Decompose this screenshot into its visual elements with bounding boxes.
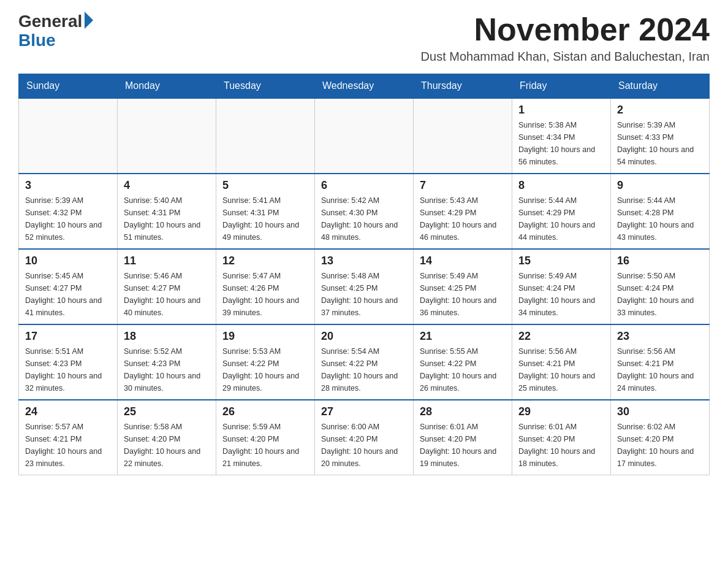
- day-info: Sunrise: 5:56 AMSunset: 4:21 PMDaylight:…: [617, 345, 703, 394]
- day-info: Sunrise: 5:48 AMSunset: 4:25 PMDaylight:…: [321, 270, 407, 319]
- day-info: Sunrise: 5:58 AMSunset: 4:20 PMDaylight:…: [124, 421, 210, 470]
- calendar-cell: 30Sunrise: 6:02 AMSunset: 4:20 PMDayligh…: [611, 400, 710, 475]
- calendar-cell: 28Sunrise: 6:01 AMSunset: 4:20 PMDayligh…: [414, 400, 512, 475]
- logo-blue-text: Blue: [18, 31, 56, 50]
- day-info: Sunrise: 5:40 AMSunset: 4:31 PMDaylight:…: [124, 194, 210, 243]
- day-number: 23: [617, 330, 703, 343]
- col-header-monday: Monday: [118, 74, 216, 99]
- title-area: November 2024 Dust Mohammad Khan, Sistan…: [421, 12, 710, 64]
- calendar-cell: 6Sunrise: 5:42 AMSunset: 4:30 PMDaylight…: [315, 174, 414, 249]
- day-info: Sunrise: 5:50 AMSunset: 4:24 PMDaylight:…: [617, 270, 703, 319]
- col-header-saturday: Saturday: [611, 74, 710, 99]
- calendar-cell: [19, 98, 118, 174]
- calendar-cell: 12Sunrise: 5:47 AMSunset: 4:26 PMDayligh…: [216, 249, 315, 324]
- calendar-cell: 25Sunrise: 5:58 AMSunset: 4:20 PMDayligh…: [118, 400, 216, 475]
- header: General Blue November 2024 Dust Mohammad…: [18, 12, 710, 64]
- calendar-cell: 24Sunrise: 5:57 AMSunset: 4:21 PMDayligh…: [19, 400, 118, 475]
- day-number: 19: [222, 330, 308, 343]
- day-number: 28: [420, 405, 506, 418]
- calendar-cell: [414, 98, 512, 174]
- day-number: 30: [617, 405, 703, 418]
- day-number: 2: [617, 104, 703, 117]
- month-title: November 2024: [421, 12, 710, 47]
- day-info: Sunrise: 5:55 AMSunset: 4:22 PMDaylight:…: [420, 345, 506, 394]
- day-number: 8: [518, 179, 604, 192]
- calendar-cell: 7Sunrise: 5:43 AMSunset: 4:29 PMDaylight…: [414, 174, 512, 249]
- calendar-cell: 26Sunrise: 5:59 AMSunset: 4:20 PMDayligh…: [216, 400, 315, 475]
- col-header-thursday: Thursday: [414, 74, 512, 99]
- day-number: 5: [222, 179, 308, 192]
- day-info: Sunrise: 5:49 AMSunset: 4:24 PMDaylight:…: [518, 270, 604, 319]
- day-number: 29: [518, 405, 604, 418]
- day-number: 9: [617, 179, 703, 192]
- day-info: Sunrise: 5:38 AMSunset: 4:34 PMDaylight:…: [518, 119, 604, 168]
- day-number: 21: [420, 330, 506, 343]
- calendar-cell: 1Sunrise: 5:38 AMSunset: 4:34 PMDaylight…: [512, 98, 611, 174]
- calendar-cell: 22Sunrise: 5:56 AMSunset: 4:21 PMDayligh…: [512, 324, 611, 400]
- day-info: Sunrise: 5:43 AMSunset: 4:29 PMDaylight:…: [420, 194, 506, 243]
- calendar-cell: 2Sunrise: 5:39 AMSunset: 4:33 PMDaylight…: [611, 98, 710, 174]
- day-number: 13: [321, 255, 407, 267]
- day-info: Sunrise: 5:52 AMSunset: 4:23 PMDaylight:…: [124, 345, 210, 394]
- subtitle: Dust Mohammad Khan, Sistan and Baluchest…: [421, 50, 710, 64]
- day-info: Sunrise: 6:01 AMSunset: 4:20 PMDaylight:…: [420, 421, 506, 470]
- day-info: Sunrise: 5:41 AMSunset: 4:31 PMDaylight:…: [222, 194, 308, 243]
- col-header-tuesday: Tuesday: [216, 74, 315, 99]
- week-row-3: 10Sunrise: 5:45 AMSunset: 4:27 PMDayligh…: [19, 249, 710, 324]
- col-header-wednesday: Wednesday: [315, 74, 414, 99]
- day-number: 17: [25, 330, 111, 343]
- calendar-cell: 11Sunrise: 5:46 AMSunset: 4:27 PMDayligh…: [118, 249, 216, 324]
- calendar-cell: 8Sunrise: 5:44 AMSunset: 4:29 PMDaylight…: [512, 174, 611, 249]
- calendar-cell: 18Sunrise: 5:52 AMSunset: 4:23 PMDayligh…: [118, 324, 216, 400]
- col-header-sunday: Sunday: [19, 74, 118, 99]
- calendar-header-row: SundayMondayTuesdayWednesdayThursdayFrid…: [19, 74, 710, 99]
- week-row-1: 1Sunrise: 5:38 AMSunset: 4:34 PMDaylight…: [19, 98, 710, 174]
- calendar-cell: 29Sunrise: 6:01 AMSunset: 4:20 PMDayligh…: [512, 400, 611, 475]
- calendar-cell: 16Sunrise: 5:50 AMSunset: 4:24 PMDayligh…: [611, 249, 710, 324]
- day-info: Sunrise: 5:47 AMSunset: 4:26 PMDaylight:…: [222, 270, 308, 319]
- day-info: Sunrise: 5:54 AMSunset: 4:22 PMDaylight:…: [321, 345, 407, 394]
- calendar-cell: [216, 98, 315, 174]
- calendar-cell: 20Sunrise: 5:54 AMSunset: 4:22 PMDayligh…: [315, 324, 414, 400]
- day-info: Sunrise: 5:51 AMSunset: 4:23 PMDaylight:…: [25, 345, 111, 394]
- day-number: 22: [518, 330, 604, 343]
- day-info: Sunrise: 6:01 AMSunset: 4:20 PMDaylight:…: [518, 421, 604, 470]
- day-number: 7: [420, 179, 506, 192]
- day-number: 6: [321, 179, 407, 192]
- calendar-cell: 19Sunrise: 5:53 AMSunset: 4:22 PMDayligh…: [216, 324, 315, 400]
- day-number: 14: [420, 255, 506, 267]
- calendar-cell: 15Sunrise: 5:49 AMSunset: 4:24 PMDayligh…: [512, 249, 611, 324]
- day-number: 11: [124, 255, 210, 267]
- calendar-cell: 27Sunrise: 6:00 AMSunset: 4:20 PMDayligh…: [315, 400, 414, 475]
- calendar-cell: 13Sunrise: 5:48 AMSunset: 4:25 PMDayligh…: [315, 249, 414, 324]
- calendar-cell: 4Sunrise: 5:40 AMSunset: 4:31 PMDaylight…: [118, 174, 216, 249]
- day-number: 26: [222, 405, 308, 418]
- day-number: 24: [25, 405, 111, 418]
- col-header-friday: Friday: [512, 74, 611, 99]
- calendar-cell: 21Sunrise: 5:55 AMSunset: 4:22 PMDayligh…: [414, 324, 512, 400]
- calendar-cell: 23Sunrise: 5:56 AMSunset: 4:21 PMDayligh…: [611, 324, 710, 400]
- calendar-cell: 17Sunrise: 5:51 AMSunset: 4:23 PMDayligh…: [19, 324, 118, 400]
- day-number: 10: [25, 255, 111, 267]
- day-info: Sunrise: 6:02 AMSunset: 4:20 PMDaylight:…: [617, 421, 703, 470]
- day-info: Sunrise: 5:45 AMSunset: 4:27 PMDaylight:…: [25, 270, 111, 319]
- calendar-cell: 10Sunrise: 5:45 AMSunset: 4:27 PMDayligh…: [19, 249, 118, 324]
- day-number: 15: [518, 255, 604, 267]
- day-info: Sunrise: 5:56 AMSunset: 4:21 PMDaylight:…: [518, 345, 604, 394]
- day-info: Sunrise: 5:59 AMSunset: 4:20 PMDaylight:…: [222, 421, 308, 470]
- day-number: 3: [25, 179, 111, 192]
- day-number: 1: [518, 104, 604, 117]
- week-row-5: 24Sunrise: 5:57 AMSunset: 4:21 PMDayligh…: [19, 400, 710, 475]
- logo: General Blue: [18, 12, 93, 50]
- day-info: Sunrise: 5:44 AMSunset: 4:28 PMDaylight:…: [617, 194, 703, 243]
- day-info: Sunrise: 5:46 AMSunset: 4:27 PMDaylight:…: [124, 270, 210, 319]
- day-number: 27: [321, 405, 407, 418]
- calendar-table: SundayMondayTuesdayWednesdayThursdayFrid…: [18, 74, 710, 475]
- week-row-2: 3Sunrise: 5:39 AMSunset: 4:32 PMDaylight…: [19, 174, 710, 249]
- calendar-cell: [118, 98, 216, 174]
- day-info: Sunrise: 5:42 AMSunset: 4:30 PMDaylight:…: [321, 194, 407, 243]
- day-info: Sunrise: 6:00 AMSunset: 4:20 PMDaylight:…: [321, 421, 407, 470]
- calendar-cell: [315, 98, 414, 174]
- calendar-cell: 3Sunrise: 5:39 AMSunset: 4:32 PMDaylight…: [19, 174, 118, 249]
- day-info: Sunrise: 5:39 AMSunset: 4:33 PMDaylight:…: [617, 119, 703, 168]
